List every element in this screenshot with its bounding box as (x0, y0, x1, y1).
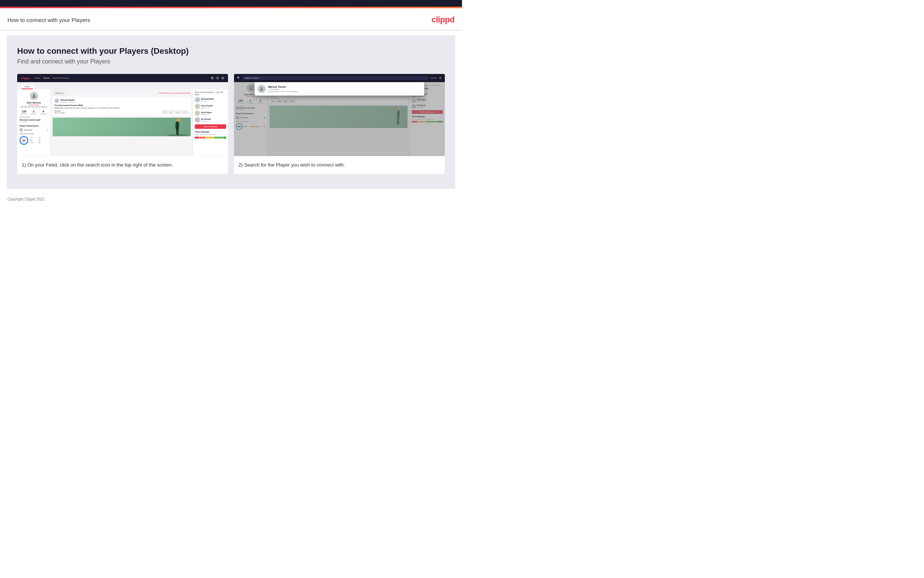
richard-name: Richard Butler (201, 98, 214, 100)
post-author: Richard Butler (60, 99, 75, 101)
post-duration: Duration02 hr : 00 min (55, 110, 65, 114)
result-info: Marcus Turner 1-5 Handicap Cypress Point… (268, 86, 298, 93)
panel-2-caption-text: 2) Search for the Player you wish to con… (238, 162, 345, 168)
active-player-eli: Eli Vincent Activities: 1 (195, 117, 226, 122)
ss-nav-icons: 🔍 👤 ⚙ (211, 76, 224, 80)
following-stat: 4 Following (40, 110, 47, 115)
header: How to connect with your Players clippd (0, 8, 462, 30)
post-tags: OTT APP ARG PUTT (162, 110, 189, 114)
ott-metric: OTT 79 (30, 137, 40, 139)
control-link[interactable]: Control who can see your activity and da… (159, 92, 191, 94)
following-num: 4 (40, 110, 47, 113)
richard-info: Richard Butler Activities: 7 (201, 98, 214, 102)
tag-ott: OTT (162, 110, 168, 114)
following-btn[interactable]: Following ▾ (53, 91, 66, 95)
ss-middle-1: Following ▾ Control who can see your act… (51, 89, 193, 156)
app-metric: APP 70 (30, 139, 40, 141)
tag-arg: ARG (175, 110, 181, 114)
active-players-title: Most Active Players - Last 30 days (195, 91, 226, 96)
ss-nav-items-1: Home Teams My Performance (34, 77, 70, 79)
page-title: How to connect with your Players (8, 17, 90, 23)
eli-name: Eli Vincent (201, 118, 210, 120)
piers-avatar (195, 104, 200, 109)
post-sub: Yesterday · The Grove (60, 101, 75, 103)
panel-2: clippd Home Teams My Performance 🔍 Marcu… (234, 74, 445, 174)
hiral-info: Hiral Pujara Activities: 3 (201, 111, 212, 115)
richard-count: Activities: 7 (201, 100, 214, 102)
feed-tab[interactable]: Feed (22, 85, 33, 89)
post-title: Pre Tournament Course Walk (55, 104, 189, 106)
ss-logo-1: clippd (21, 76, 30, 80)
player-select-row: Eli Vincent ▾ (19, 128, 48, 132)
followers-stat: 3 Followers (30, 110, 37, 115)
screenshot-2: clippd Home Teams My Performance 🔍 Marcu… (234, 74, 445, 156)
activities-label: Activities (21, 113, 27, 115)
hero-subtitle: Find and connect with your Players (17, 58, 445, 65)
result-avatar (257, 85, 266, 93)
ss-left-1: Blair McHarg Golf Coach Mill Ride Golf C… (17, 89, 51, 156)
profile-avatar (29, 91, 39, 101)
player-performance-title: Player Performance (19, 125, 48, 127)
eli-info: Eli Vincent Activities: 1 (201, 118, 210, 122)
post-image (53, 118, 191, 136)
logo: clippd (431, 15, 455, 24)
post-avatar (55, 99, 59, 103)
nav-performance[interactable]: My Performance (53, 77, 69, 79)
copyright-text: Copyright Clippd 2022 (8, 197, 44, 201)
svg-point-2 (176, 119, 180, 122)
team-dashboard-btn[interactable]: Team Dashboard (195, 124, 226, 129)
ss-body-1: Blair McHarg Golf Coach Mill Ride Golf C… (17, 89, 228, 156)
panel-1-caption: 1) On your Feed, click on the search ico… (17, 156, 228, 174)
search-result-item[interactable]: Marcus Turner 1-5 Handicap Cypress Point… (257, 85, 421, 93)
panel-1: clippd Home Teams My Performance 🔍 👤 ⚙ F… (17, 74, 228, 174)
following-bar: Following ▾ Control who can see your act… (53, 91, 191, 95)
heatmap-title: Team Heatmap (195, 131, 226, 133)
nav-teams[interactable]: Teams (43, 77, 50, 79)
heatmap-sub: Player Quality · 20 Round Trend (195, 134, 226, 136)
hiral-count: Activities: 3 (201, 114, 212, 115)
followers-label: Followers (30, 113, 37, 115)
ss-profile: Blair McHarg Golf Coach Mill Ride Golf C… (19, 91, 48, 108)
piers-count: Activities: 4 (201, 107, 212, 109)
settings-icon[interactable]: ⚙ (221, 76, 224, 80)
hiral-name: Hiral Pujara (201, 111, 212, 114)
main-content: How to connect with your Players (Deskto… (7, 35, 455, 189)
player-avatar (19, 128, 23, 132)
piers-name: Piers Parnell (201, 104, 212, 107)
close-button[interactable]: ✕ (439, 76, 442, 80)
eli-count: Activities: 1 (201, 120, 210, 122)
search-overlay: 🔍 Marcus Turner CLEAR ✕ Marcus Turner (234, 74, 445, 96)
search-results: Marcus Turner 1-5 Handicap Cypress Point… (254, 82, 424, 96)
profile-club: Mill Ride Golf Club, United Kingdom (19, 106, 48, 108)
profile-icon[interactable]: 👤 (216, 76, 219, 80)
panels: clippd Home Teams My Performance 🔍 👤 ⚙ F… (17, 74, 445, 174)
activities-num: 129 (21, 110, 27, 113)
screenshot-1: clippd Home Teams My Performance 🔍 👤 ⚙ F… (17, 74, 228, 156)
tag-putt: PUTT (182, 110, 189, 114)
search-input[interactable]: Marcus Turner (243, 76, 428, 80)
result-name: Marcus Turner (268, 86, 298, 88)
top-bar (0, 0, 462, 7)
panel-2-caption: 2) Search for the Player you wish to con… (234, 156, 445, 174)
ss-stats: 129 Activities 3 Followers 4 Following (19, 110, 48, 115)
following-label: Following (40, 113, 47, 115)
search-icon[interactable]: 🔍 (211, 76, 214, 80)
hero-title: How to connect with your Players (Deskto… (17, 46, 445, 56)
post-info: Richard Butler Yesterday · The Grove (60, 99, 75, 103)
arg-metric: ARG 62 (30, 141, 40, 143)
eli-avatar (195, 117, 200, 122)
post-meta: Duration02 hr : 00 min OTT APP ARG PUTT (55, 110, 189, 114)
post-header: Richard Butler Yesterday · The Grove (55, 99, 189, 103)
quality-label: Total Player Quality (19, 133, 48, 135)
clear-button[interactable]: CLEAR (430, 77, 437, 79)
richard-avatar (195, 97, 200, 102)
heatmap-bar (195, 136, 226, 138)
panel-1-caption-text: 1) On your Feed, click on the search ico… (22, 162, 173, 168)
followers-num: 3 (30, 110, 37, 113)
piers-info: Piers Parnell Activities: 4 (201, 104, 212, 109)
nav-home[interactable]: Home (34, 77, 40, 79)
active-player-piers: Piers Parnell Activities: 4 (195, 104, 226, 109)
tag-app: APP (168, 110, 174, 114)
ss-right-1: Most Active Players - Last 30 days Richa… (193, 89, 228, 156)
active-player-hiral: Hiral Pujara Activities: 3 (195, 110, 226, 116)
